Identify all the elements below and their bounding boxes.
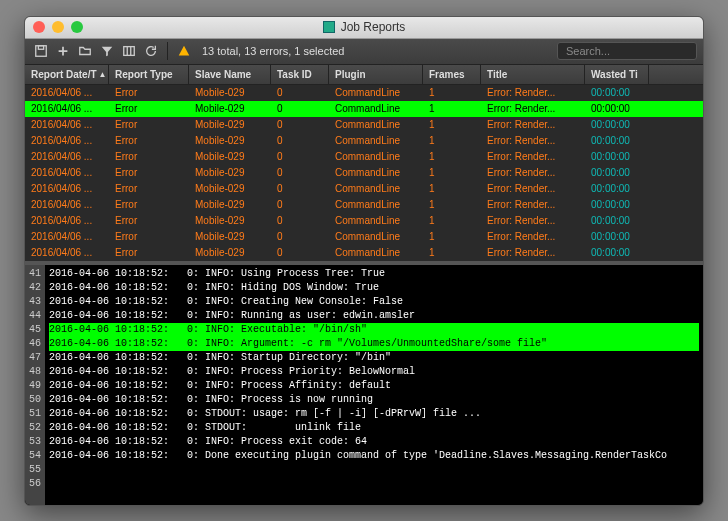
log-gutter: 41424344454647484950515253545556 xyxy=(25,265,45,505)
refresh-icon[interactable] xyxy=(141,41,161,61)
log-line[interactable]: 2016-04-06 10:18:52: 0: INFO: Hiding DOS… xyxy=(49,281,699,295)
log-line-number: 53 xyxy=(29,435,41,449)
header-task[interactable]: Task ID xyxy=(271,65,329,84)
table-row[interactable]: 2016/04/06 ...ErrorMobile-0290CommandLin… xyxy=(25,117,703,133)
log-line[interactable]: 2016-04-06 10:18:52: 0: Done executing p… xyxy=(49,449,699,463)
header-date[interactable]: Report Date/T▲ xyxy=(25,65,109,84)
log-line[interactable]: 2016-04-06 10:18:52: 0: INFO: Using Proc… xyxy=(49,267,699,281)
log-line-number: 41 xyxy=(29,267,41,281)
table-body: 2016/04/06 ...ErrorMobile-0290CommandLin… xyxy=(25,85,703,261)
log-line-number: 44 xyxy=(29,309,41,323)
header-type[interactable]: Report Type xyxy=(109,65,189,84)
titlebar: Job Reports xyxy=(25,17,703,39)
traffic-lights xyxy=(33,21,83,33)
log-line-number: 49 xyxy=(29,379,41,393)
sort-arrow-icon: ▲ xyxy=(99,70,107,79)
log-line-number: 55 xyxy=(29,463,41,477)
folder-icon[interactable] xyxy=(75,41,95,61)
table-row[interactable]: 2016/04/06 ...ErrorMobile-0290CommandLin… xyxy=(25,101,703,117)
table-row[interactable]: 2016/04/06 ...ErrorMobile-0290CommandLin… xyxy=(25,149,703,165)
maximize-button[interactable] xyxy=(71,21,83,33)
svg-rect-1 xyxy=(38,46,43,50)
svg-rect-4 xyxy=(124,47,135,56)
filter-icon[interactable] xyxy=(97,41,117,61)
log-line-number: 51 xyxy=(29,407,41,421)
log-line-number: 48 xyxy=(29,365,41,379)
log-line[interactable]: 2016-04-06 10:18:52: 0: INFO: Process Af… xyxy=(49,379,699,393)
log-line-number: 56 xyxy=(29,477,41,491)
log-line[interactable]: 2016-04-06 10:18:52: 0: INFO: Running as… xyxy=(49,309,699,323)
log-line[interactable]: 2016-04-06 10:18:52: 0: STDOUT: unlink f… xyxy=(49,421,699,435)
search-input[interactable] xyxy=(557,42,697,60)
log-line[interactable] xyxy=(49,463,699,477)
header-plugin[interactable]: Plugin xyxy=(329,65,423,84)
app-icon xyxy=(323,21,335,33)
log-line-number: 54 xyxy=(29,449,41,463)
table-row[interactable]: 2016/04/06 ...ErrorMobile-0290CommandLin… xyxy=(25,181,703,197)
log-line-number: 45 xyxy=(29,323,41,337)
log-line-number: 47 xyxy=(29,351,41,365)
log-line[interactable]: 2016-04-06 10:18:52: 0: INFO: Creating N… xyxy=(49,295,699,309)
window-title: Job Reports xyxy=(25,20,703,34)
log-line-number: 43 xyxy=(29,295,41,309)
columns-icon[interactable] xyxy=(119,41,139,61)
table-row[interactable]: 2016/04/06 ...ErrorMobile-0290CommandLin… xyxy=(25,133,703,149)
table-header: Report Date/T▲ Report Type Slave Name Ta… xyxy=(25,65,703,85)
log-line[interactable]: 2016-04-06 10:18:52: 0: INFO: Process ex… xyxy=(49,435,699,449)
table-row[interactable]: 2016/04/06 ...ErrorMobile-0290CommandLin… xyxy=(25,85,703,101)
close-button[interactable] xyxy=(33,21,45,33)
table-row[interactable]: 2016/04/06 ...ErrorMobile-0290CommandLin… xyxy=(25,213,703,229)
svg-rect-0 xyxy=(36,46,47,57)
log-line[interactable]: 2016-04-06 10:18:52: 0: INFO: Argument: … xyxy=(49,337,699,351)
log-line[interactable]: 2016-04-06 10:18:52: 0: STDOUT: usage: r… xyxy=(49,407,699,421)
window-title-text: Job Reports xyxy=(341,20,406,34)
header-wasted[interactable]: Wasted Ti xyxy=(585,65,649,84)
save-icon[interactable] xyxy=(31,41,51,61)
log-panel[interactable]: 41424344454647484950515253545556 2016-04… xyxy=(25,265,703,505)
log-line-number: 46 xyxy=(29,337,41,351)
log-line-number: 50 xyxy=(29,393,41,407)
log-line-number: 42 xyxy=(29,281,41,295)
log-line[interactable]: 2016-04-06 10:18:52: 0: INFO: Process is… xyxy=(49,393,699,407)
table-row[interactable]: 2016/04/06 ...ErrorMobile-0290CommandLin… xyxy=(25,245,703,261)
job-reports-window: Job Reports 13 total, 13 errors, 1 selec… xyxy=(24,16,704,506)
log-line[interactable] xyxy=(49,477,699,491)
toolbar: 13 total, 13 errors, 1 selected xyxy=(25,39,703,65)
log-line[interactable]: 2016-04-06 10:18:52: 0: INFO: Executable… xyxy=(49,323,699,337)
log-line-number: 52 xyxy=(29,421,41,435)
toolbar-divider xyxy=(167,42,168,60)
header-title[interactable]: Title xyxy=(481,65,585,84)
status-text: 13 total, 13 errors, 1 selected xyxy=(202,45,344,57)
table-row[interactable]: 2016/04/06 ...ErrorMobile-0290CommandLin… xyxy=(25,229,703,245)
log-line[interactable]: 2016-04-06 10:18:52: 0: INFO: Process Pr… xyxy=(49,365,699,379)
header-frames[interactable]: Frames xyxy=(423,65,481,84)
minimize-button[interactable] xyxy=(52,21,64,33)
table-row[interactable]: 2016/04/06 ...ErrorMobile-0290CommandLin… xyxy=(25,165,703,181)
log-line[interactable]: 2016-04-06 10:18:52: 0: INFO: Startup Di… xyxy=(49,351,699,365)
log-content[interactable]: 2016-04-06 10:18:52: 0: INFO: Using Proc… xyxy=(45,265,703,505)
plus-icon[interactable] xyxy=(53,41,73,61)
warning-icon[interactable] xyxy=(174,41,194,61)
header-slave[interactable]: Slave Name xyxy=(189,65,271,84)
table-row[interactable]: 2016/04/06 ...ErrorMobile-0290CommandLin… xyxy=(25,197,703,213)
